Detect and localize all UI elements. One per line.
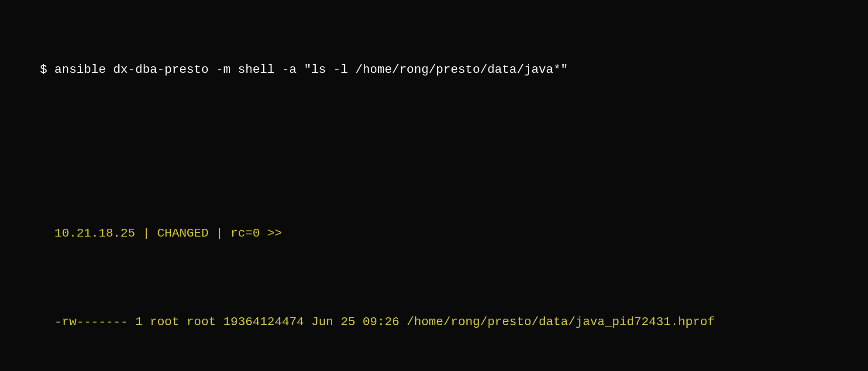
command-line: $ ansible dx-dba-presto -m shell -a "ls … (10, 43, 858, 96)
result-block-1: 10.21.18.25 | CHANGED | rc=0 >> -rw-----… (10, 172, 858, 371)
command-text: $ ansible dx-dba-presto -m shell -a "ls … (40, 63, 568, 76)
block1-header: 10.21.18.25 | CHANGED | rc=0 >> (10, 207, 858, 261)
terminal-output: $ ansible dx-dba-presto -m shell -a "ls … (10, 8, 858, 371)
block1-line1: -rw------- 1 root root 19364124474 Jun 2… (10, 296, 858, 349)
block1-header-text: 10.21.18.25 | CHANGED | rc=0 >> (55, 227, 282, 240)
block1-line1-text: -rw------- 1 root root 19364124474 Jun 2… (55, 315, 715, 329)
